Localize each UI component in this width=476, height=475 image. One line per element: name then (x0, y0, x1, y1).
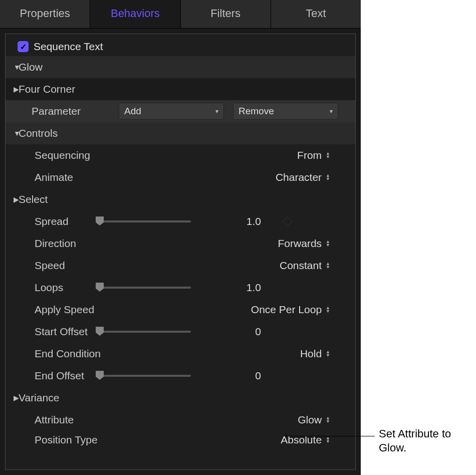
apply-speed-label: Apply Speed (9, 304, 94, 316)
start-offset-value[interactable]: 0 (206, 326, 261, 338)
behavior-title: Sequence Text (34, 41, 103, 53)
attribute-label: Attribute (9, 414, 74, 426)
chevron-down-icon (215, 108, 218, 115)
start-offset-row: Start Offset 0 (6, 321, 355, 343)
sequencing-row: Sequencing From (6, 144, 355, 166)
start-offset-slider[interactable] (96, 327, 191, 337)
end-offset-value[interactable]: 0 (206, 370, 261, 382)
behaviors-inspector: Sequence Text Glow Four Corner Parameter… (5, 34, 356, 470)
start-offset-label: Start Offset (9, 326, 94, 338)
animate-stepper[interactable] (326, 174, 330, 181)
section-controls-label: Controls (19, 127, 58, 139)
section-select[interactable]: Select (6, 188, 355, 210)
parameter-label: Parameter (32, 105, 102, 117)
apply-speed-row: Apply Speed Once Per Loop (6, 299, 355, 321)
loops-value[interactable]: 1.0 (206, 282, 261, 294)
end-offset-slider[interactable] (96, 371, 191, 381)
sequencing-stepper[interactable] (326, 152, 330, 159)
apply-speed-stepper[interactable] (326, 306, 330, 313)
disclosure-select-icon[interactable] (9, 195, 17, 203)
direction-label: Direction (9, 238, 76, 250)
section-controls[interactable]: Controls (6, 122, 355, 144)
end-condition-stepper[interactable] (326, 350, 330, 357)
parameter-add-value: Add (124, 106, 141, 117)
end-condition-label: End Condition (9, 348, 101, 360)
parameter-add-dropdown[interactable]: Add (119, 103, 224, 120)
position-type-label: Position Type (9, 434, 98, 446)
enable-sequence-text-checkbox[interactable] (18, 41, 29, 52)
speed-row: Speed Constant (6, 255, 355, 277)
parameter-remove-value: Remove (239, 106, 274, 117)
disclosure-controls-icon[interactable] (9, 129, 17, 137)
disclosure-glow-icon[interactable] (9, 63, 17, 71)
loops-label: Loops (9, 282, 94, 294)
apply-speed-value[interactable]: Once Per Loop (231, 304, 322, 316)
position-type-stepper[interactable] (326, 436, 330, 443)
section-variance[interactable]: Variance (6, 387, 355, 409)
sequencing-label: Sequencing (9, 149, 90, 161)
disclosure-variance-icon[interactable] (9, 394, 17, 402)
attribute-stepper[interactable] (326, 416, 330, 423)
end-offset-row: End Offset 0 (6, 365, 355, 387)
section-four-corner[interactable]: Four Corner (6, 78, 355, 100)
section-glow-label: Glow (19, 61, 43, 73)
direction-value[interactable]: Forwards (267, 238, 322, 250)
direction-row: Direction Forwards (6, 232, 355, 255)
spread-row: Spread 1.0 (6, 210, 355, 232)
behavior-header-row: Sequence Text (6, 34, 355, 56)
attribute-row: Attribute Glow (6, 409, 355, 431)
speed-label: Speed (9, 260, 65, 272)
section-variance-label: Variance (19, 392, 59, 404)
inspector-tabs: Properties Behaviors Filters Text (0, 0, 361, 29)
section-glow[interactable]: Glow (6, 56, 355, 78)
disclosure-four-corner-icon[interactable] (9, 85, 17, 93)
loops-row: Loops 1.0 (6, 277, 355, 299)
section-four-corner-label: Four Corner (19, 83, 75, 95)
spread-value[interactable]: 1.0 (206, 215, 261, 227)
animate-value[interactable]: Character (267, 171, 322, 183)
end-offset-label: End Offset (9, 370, 94, 382)
callout-line (286, 436, 375, 436)
animate-row: Animate Character (6, 166, 355, 188)
sequencing-value[interactable]: From (267, 149, 322, 161)
tab-filters[interactable]: Filters (181, 0, 271, 28)
end-condition-value[interactable]: Hold (267, 348, 322, 360)
end-condition-row: End Condition Hold (6, 343, 355, 365)
annotation-area: Set Attribute to Glow. (361, 0, 476, 475)
section-select-label: Select (19, 193, 48, 205)
speed-value[interactable]: Constant (267, 260, 322, 272)
spread-slider[interactable] (96, 216, 191, 226)
chevron-down-icon (330, 108, 333, 115)
keyframe-spread-icon[interactable] (283, 216, 293, 226)
spread-label: Spread (9, 215, 94, 227)
parameter-remove-dropdown[interactable]: Remove (233, 103, 338, 120)
tab-behaviors[interactable]: Behaviors (90, 0, 180, 28)
animate-label: Animate (9, 171, 73, 183)
loops-slider[interactable] (96, 283, 191, 293)
speed-stepper[interactable] (326, 262, 330, 269)
tab-text[interactable]: Text (271, 0, 361, 28)
callout-text: Set Attribute to Glow. (379, 427, 469, 454)
tab-properties[interactable]: Properties (0, 0, 90, 28)
attribute-value[interactable]: Glow (267, 414, 322, 426)
parameter-row: Parameter Add Remove (6, 100, 355, 122)
direction-stepper[interactable] (326, 240, 330, 247)
position-type-row: Position Type Absolute (6, 431, 355, 453)
